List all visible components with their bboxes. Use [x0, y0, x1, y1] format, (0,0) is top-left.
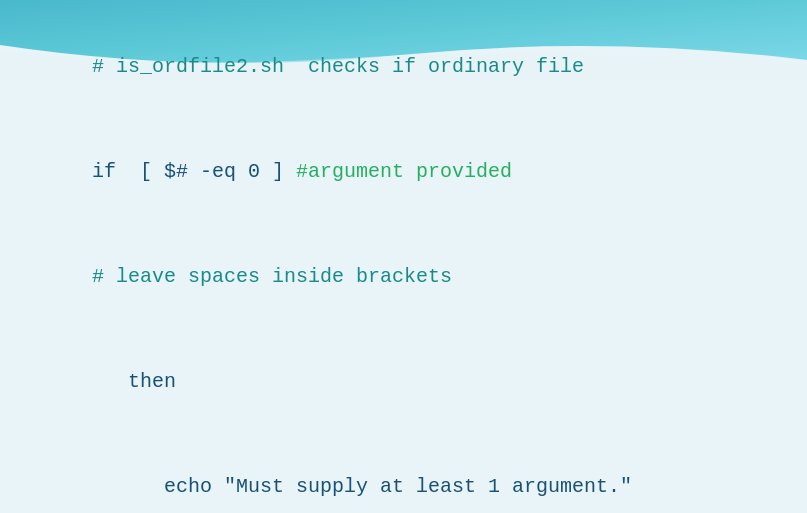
code-line-4: then: [20, 329, 787, 434]
main-container: # is_ordfile2.sh checks if ordinary file…: [0, 0, 807, 513]
code-area: # is_ordfile2.sh checks if ordinary file…: [0, 0, 807, 513]
code-line-2: if [ $# -eq 0 ] #argument provided: [20, 119, 787, 224]
code-line-3: # leave spaces inside brackets: [20, 224, 787, 329]
code-line-5: echo "Must supply at least 1 argument.": [20, 434, 787, 513]
code-line-1: # is_ordfile2.sh checks if ordinary file: [20, 14, 787, 119]
